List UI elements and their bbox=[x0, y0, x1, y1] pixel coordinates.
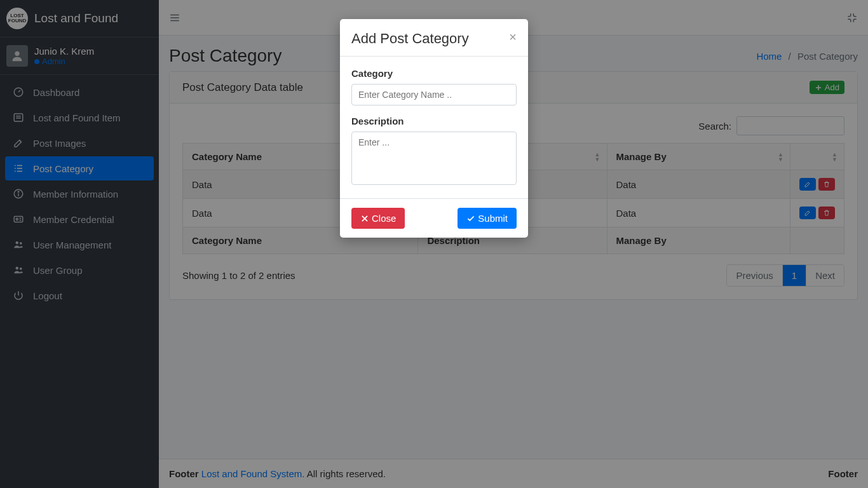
submit-button-label: Submit bbox=[478, 213, 508, 224]
modal-title: Add Post Category bbox=[351, 30, 469, 47]
description-label: Description bbox=[351, 116, 517, 126]
close-button[interactable]: Close bbox=[351, 208, 405, 229]
close-button-label: Close bbox=[372, 213, 396, 224]
modal-add-post-category: Add Post Category × Category Description… bbox=[340, 19, 528, 238]
x-icon bbox=[360, 214, 369, 223]
close-icon[interactable]: × bbox=[509, 30, 517, 43]
submit-button[interactable]: Submit bbox=[458, 208, 517, 229]
category-label: Category bbox=[351, 68, 517, 79]
description-textarea[interactable] bbox=[351, 132, 517, 185]
check-icon bbox=[466, 214, 475, 223]
category-input[interactable] bbox=[351, 84, 517, 105]
